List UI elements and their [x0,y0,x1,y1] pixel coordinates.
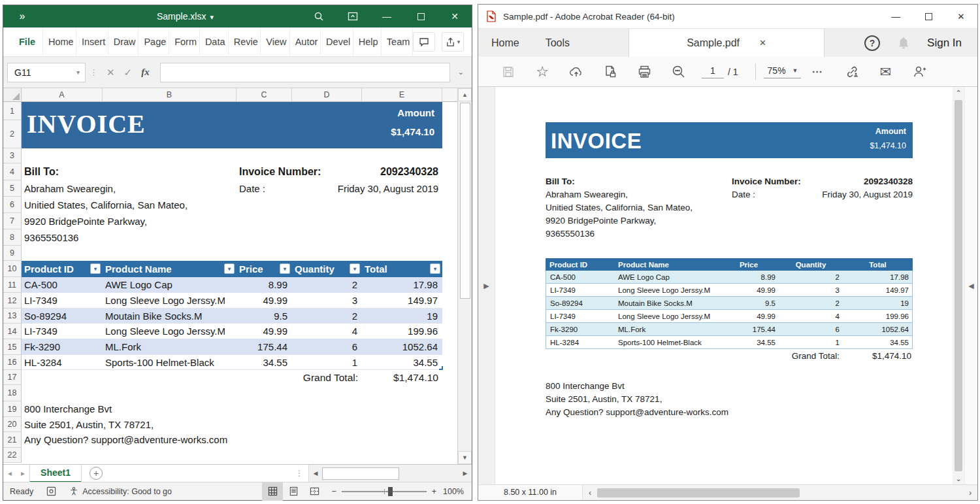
table-resize-handle[interactable] [439,366,443,370]
row-header-22[interactable]: 22 [3,448,21,463]
scroll-up-icon[interactable]: ⌃ [955,87,961,99]
footer-line-3-cell[interactable]: Any Question? support@adventure-works.co… [24,432,227,448]
row-header-12[interactable]: 12 [3,293,21,309]
pdf-horizontal-scrollbar[interactable]: ‹ › [583,485,977,500]
cell-quantity[interactable]: 2 [292,309,362,323]
ribbon-tab-insert[interactable]: Insert [76,27,108,57]
filter-dropdown-icon[interactable]: ▾ [430,263,440,274]
tab-home[interactable]: Home [478,29,532,57]
zoom-in-icon[interactable]: + [432,487,436,496]
share-with-others-icon[interactable] [903,57,937,87]
zoom-slider-thumb[interactable] [388,487,393,496]
share-icon[interactable]: ▾ [442,32,464,52]
scroll-left-icon[interactable]: ‹ [583,488,597,497]
zoom-slider[interactable] [342,491,427,492]
horizontal-scrollbar[interactable]: ◀ ▶ [308,465,472,482]
ribbon-tab-data[interactable]: Data [200,27,229,57]
cell-product-name[interactable]: Moutain Bike Socks.M [103,309,237,323]
page-break-preview-button[interactable] [304,482,325,501]
export-pdf-lock-icon[interactable] [593,57,627,87]
cell-total[interactable]: 1052.64 [362,339,442,354]
horizontal-scroll-thumb[interactable] [322,467,399,480]
grand-total-label-cell[interactable]: Grand Total: [303,370,358,385]
cell-product-id[interactable]: LI-7349 [22,324,103,339]
row-header-3[interactable]: 3 [3,148,21,163]
macro-record-icon[interactable] [40,486,63,496]
header-product-id[interactable]: Product ID▾ [22,261,103,277]
cell-product-name[interactable]: Sports-100 Helmet-Black [103,355,237,369]
ribbon-tab-help[interactable]: Help [353,27,382,57]
cell-quantity[interactable]: 4 [292,324,362,339]
date-value-cell[interactable]: Friday 30, August 2019 [338,180,438,197]
row-header-15[interactable]: 15 [3,339,21,355]
confirm-entry-icon[interactable]: ✓ [124,67,133,78]
cell-product-id[interactable]: So-89294 [22,309,103,323]
upload-cloud-icon[interactable] [559,57,593,87]
zoom-level-dropdown[interactable]: 75% ▼ [764,65,801,78]
search-tools-icon[interactable] [661,57,695,87]
page-layout-view-button[interactable] [283,482,304,501]
ribbon-tab-formulas[interactable]: Form [169,27,200,57]
cell-total[interactable]: 34.55 [362,355,442,369]
row-header-8[interactable]: 8 [3,229,21,246]
scroll-down-icon[interactable]: ⌄ [955,473,961,484]
ribbon-tab-automate[interactable]: Autor [290,27,321,57]
pdf-vertical-scrollbar[interactable]: ⌃ ⌄ [953,87,964,484]
vertical-scrollbar[interactable]: ▲ ▼ [457,88,472,464]
expand-nav-pane-icon[interactable]: ▶ [483,282,489,290]
row-header-1[interactable]: 1 [3,102,21,120]
accessibility-status[interactable]: Accessibility: Good to go [63,486,178,496]
bill-to-label-cell[interactable]: Bill To: [24,163,59,180]
minimize-button[interactable]: — [370,5,404,27]
insert-function-icon[interactable]: fx [141,67,150,78]
ribbon-tab-review[interactable]: Revie [229,27,261,57]
cell-product-id[interactable]: HL-3284 [22,355,103,369]
scroll-down-icon[interactable]: ▼ [458,451,472,464]
comments-icon[interactable] [413,32,435,52]
title-dropdown-caret-icon[interactable]: ▾ [210,13,214,21]
sheet-tab-sheet1[interactable]: Sheet1 [29,465,82,482]
header-product-name[interactable]: Product Name▾ [103,261,237,277]
ribbon-tab-view[interactable]: View [261,27,289,57]
cell-price[interactable]: 49.99 [237,293,292,308]
cell-product-name[interactable]: Long Sleeve Logo Jerssy.M [103,324,237,339]
normal-view-button[interactable] [262,482,283,501]
more-tools-icon[interactable]: ⋯ [801,57,835,87]
footer-line-1-cell[interactable]: 800 Interchange Bvt [24,401,112,417]
bill-to-line-2-cell[interactable]: Unitied States, California, San Mateo, [24,197,188,213]
new-sheet-button[interactable]: + [90,467,103,480]
table-row[interactable]: Fk-3290 ML.Fork 175.44 6 1052.64 [22,339,442,355]
row-header-7[interactable]: 7 [3,213,21,229]
table-row[interactable]: HL-3284 Sports-100 Helmet-Black 34.55 1 … [22,355,442,370]
cell-price[interactable]: 49.99 [237,324,292,339]
row-header-13[interactable]: 13 [3,309,21,324]
sign-in-button[interactable]: Sign In [927,37,962,50]
tools-pane-strip[interactable]: ◀ [964,87,977,484]
cell-product-name[interactable]: Long Sleeve Logo Jerssy.M [103,293,237,308]
invoice-number-label-cell[interactable]: Invoice Number: [239,163,321,180]
table-row[interactable]: LI-7349 Long Sleeve Logo Jerssy.M 49.99 … [22,324,442,339]
close-tab-icon[interactable]: ✕ [759,38,766,48]
share-link-icon[interactable] [835,57,869,87]
cell-product-id[interactable]: CA-500 [22,277,103,292]
column-header-f-partial[interactable] [442,88,457,101]
table-row[interactable]: CA-500 AWE Logo Cap 8.99 2 17.98 [22,277,442,293]
cell-total[interactable]: 199.96 [362,324,442,339]
cell-price[interactable]: 175.44 [237,339,292,354]
navigation-pane-strip[interactable]: ▶ [478,87,495,484]
formula-bar-expand-icon[interactable]: ⌄ [454,68,468,76]
expand-tools-pane-icon[interactable]: ◀ [968,282,973,290]
cell-product-name[interactable]: ML.Fork [103,339,237,354]
sheet-nav-right-icon[interactable]: ▸ [16,469,29,478]
row-header-19[interactable]: 19 [3,401,21,417]
cell-price[interactable]: 8.99 [237,277,292,292]
header-price[interactable]: Price▾ [237,261,292,277]
vertical-scroll-thumb[interactable] [955,100,962,471]
tab-document[interactable]: Sample.pdf ✕ [629,29,825,57]
row-header-6[interactable]: 6 [3,197,21,213]
filter-dropdown-icon[interactable]: ▾ [350,263,360,274]
select-all-corner[interactable] [3,88,22,101]
row-header-4[interactable]: 4 [3,163,21,180]
cell-total[interactable]: 19 [362,309,442,323]
cancel-entry-icon[interactable]: ✕ [106,67,115,78]
